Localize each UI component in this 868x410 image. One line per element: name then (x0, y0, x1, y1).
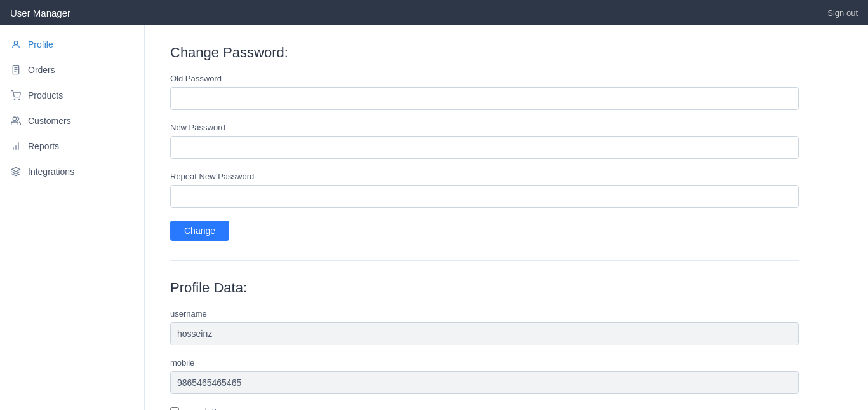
change-button[interactable]: Change (170, 221, 229, 241)
newsletter-checkbox[interactable] (170, 407, 179, 410)
mobile-label: mobile (170, 358, 843, 367)
cart-icon (10, 90, 22, 101)
main-content: Change Password: Old Password New Passwo… (145, 25, 868, 410)
old-password-input[interactable] (170, 87, 799, 110)
sidebar-item-label-profile: Profile (28, 39, 53, 50)
newsletter-label[interactable]: newsletter (184, 407, 225, 410)
old-password-group: Old Password (170, 74, 843, 110)
new-password-group: New Password (170, 123, 843, 159)
mobile-input[interactable] (170, 371, 799, 394)
layout: Profile Orders Products (0, 25, 868, 410)
svg-point-7 (13, 117, 16, 120)
layers-icon (10, 166, 22, 177)
sidebar-item-profile[interactable]: Profile (0, 32, 144, 57)
sidebar-item-orders[interactable]: Orders (0, 57, 144, 83)
username-group: username (170, 309, 843, 345)
repeat-password-group: Repeat New Password (170, 172, 843, 208)
sidebar-item-products[interactable]: Products (0, 83, 144, 108)
sidebar: Profile Orders Products (0, 25, 145, 410)
sidebar-item-label-reports: Reports (28, 141, 59, 151)
username-label: username (170, 309, 843, 318)
sidebar-item-integrations[interactable]: Integrations (0, 159, 144, 184)
section-divider (170, 260, 799, 261)
app-title: User Manager (10, 8, 70, 18)
mobile-group: mobile (170, 358, 843, 394)
sidebar-item-label-orders: Orders (28, 65, 55, 75)
sidebar-item-customers[interactable]: Customers (0, 108, 144, 133)
group-icon (10, 115, 22, 126)
sidebar-item-label-customers: Customers (28, 116, 71, 126)
old-password-label: Old Password (170, 74, 843, 83)
repeat-password-input[interactable] (170, 185, 799, 208)
svg-point-5 (14, 99, 15, 99)
sidebar-item-reports[interactable]: Reports (0, 133, 144, 159)
svg-point-0 (14, 41, 17, 44)
change-password-title: Change Password: (170, 44, 843, 61)
document-icon (10, 64, 22, 76)
sidebar-item-label-integrations: Integrations (28, 167, 74, 177)
person-icon (10, 39, 22, 50)
repeat-password-label: Repeat New Password (170, 172, 843, 181)
newsletter-group: newsletter (170, 407, 843, 410)
bar-chart-icon (10, 140, 22, 152)
top-nav: User Manager Sign out (0, 0, 868, 25)
new-password-label: New Password (170, 123, 843, 132)
new-password-input[interactable] (170, 136, 799, 159)
sidebar-item-label-products: Products (28, 90, 63, 100)
profile-data-title: Profile Data: (170, 280, 843, 296)
svg-marker-11 (11, 167, 20, 172)
username-input[interactable] (170, 322, 799, 345)
svg-point-6 (19, 99, 20, 99)
sign-out-button[interactable]: Sign out (827, 8, 858, 18)
